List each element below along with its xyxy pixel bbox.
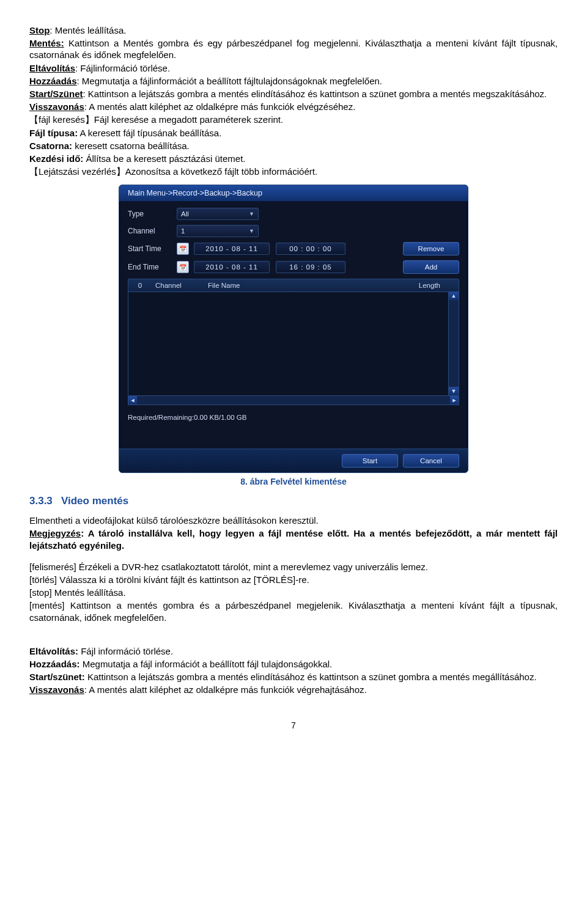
- lbl-vissza: Visszavonás: [29, 101, 84, 112]
- calendar-icon[interactable]: 📅: [177, 261, 189, 273]
- para-kezdesiido: Kezdési idő: Állítsa be a keresett pászt…: [29, 153, 558, 164]
- scroll-up-icon[interactable]: ▲: [449, 292, 459, 300]
- para-eltavolitas: Eltávolítás: Fájlinformáció törlése.: [29, 62, 558, 74]
- add-button[interactable]: Add: [403, 260, 459, 274]
- lbl-starttime: Start Time: [128, 244, 177, 253]
- scroll-left-icon[interactable]: ◄: [128, 396, 137, 405]
- para-visszavonas: Visszavonás: A mentés alatt kiléphet az …: [29, 101, 558, 112]
- vertical-scrollbar[interactable]: ▲ ▼: [448, 292, 459, 395]
- select-channel-value: 1: [181, 227, 185, 235]
- txt-mentes: Kattintson a Mentés gombra és egy párbes…: [29, 38, 558, 60]
- txt3-hozz: Megmutatja a fájl információt a beállíto…: [80, 659, 333, 669]
- select-channel[interactable]: 1 ▼: [177, 225, 259, 237]
- lbl3-start: Start/szünet:: [29, 672, 85, 682]
- row-endtime: End Time 📅 2010 - 08 - 11 16 : 09 : 05 A…: [128, 260, 459, 274]
- para-lejatszasivezerles: 【Lejátszási vezérlés】Azonosítsa a követk…: [29, 166, 558, 177]
- section-number: 3.3.3: [29, 495, 53, 507]
- required-remaining: Required/Remaining:0.00 KB/1.00 GB: [128, 414, 459, 421]
- txt-megj: : A tároló installálva kell, hogy legyen…: [29, 528, 558, 550]
- para3-visszavonas: Visszavonás: A mentés alatt kiléphet az …: [29, 684, 558, 695]
- dialog-title: Main Menu->Record->Backup->Backup: [119, 185, 468, 202]
- lbl-eltav: Eltávolítás: [29, 63, 75, 73]
- para2-stop: [stop] Mentés leállítása.: [29, 587, 558, 598]
- table-header: 0 Channel File Name Length: [128, 279, 459, 292]
- lbl-stop: Stop: [29, 25, 50, 35]
- para3-hozzaadas: Hozzáadás: Megmutatja a fájl információt…: [29, 658, 558, 670]
- lbl3-vissza: Visszavonás: [29, 684, 84, 695]
- lbl-channel: Channel: [128, 227, 177, 235]
- lbl-megj: Megjegyzés: [29, 528, 81, 538]
- input-end-time[interactable]: 16 : 09 : 05: [276, 261, 345, 273]
- para-fajlkereses: 【fájl keresés】Fájl keresése a megadott p…: [29, 114, 558, 125]
- lbl-fajltip: Fájl típusa:: [29, 128, 78, 138]
- txt-hozz: : Megmutatja a fájlinformációt a beállít…: [77, 76, 382, 86]
- horizontal-scrollbar[interactable]: ◄ ►: [128, 396, 459, 405]
- txt-stop: : Mentés leállítása.: [50, 25, 126, 35]
- scroll-right-icon[interactable]: ►: [450, 396, 459, 405]
- row-type: Type All ▼: [128, 208, 459, 220]
- lbl-kezd: Kezdési idő:: [29, 153, 83, 164]
- dialog-body: Type All ▼ Channel 1 ▼ Start Time 📅 2010…: [119, 202, 468, 421]
- txt3-eltav: Fájl információ törlése.: [78, 646, 173, 656]
- para3-eltavolitas: Eltávolítás: Fájl információ törlése.: [29, 645, 558, 657]
- lbl-mentes: Mentés:: [29, 38, 64, 48]
- select-type-value: All: [181, 210, 189, 218]
- lbl3-hozz: Hozzáadás:: [29, 659, 80, 669]
- cancel-button[interactable]: Cancel: [403, 454, 459, 468]
- para2-felismeres: [felismerés] Érzékeli a DVR-hez csatlako…: [29, 561, 558, 573]
- txt-kezd: Állítsa be a keresett pásztázási ütemet.: [83, 153, 245, 164]
- section-title: Video mentés: [61, 495, 128, 507]
- txt-csat: keresett csatorna beállítása.: [72, 141, 190, 151]
- chevron-down-icon: ▼: [249, 211, 254, 217]
- lbl3-eltav: Eltávolítás:: [29, 646, 78, 656]
- page-number: 7: [29, 721, 558, 730]
- chevron-down-icon: ▼: [249, 228, 254, 234]
- section-heading: 3.3.3 Video mentés: [29, 495, 558, 507]
- lbl-csat: Csatorna:: [29, 141, 72, 151]
- dialog-footer: Start Cancel: [119, 449, 468, 472]
- para-csatorna: Csatorna: keresett csatorna beállítása.: [29, 140, 558, 152]
- para-startszunet: Start/Szünet: Kattintson a lejátszás gom…: [29, 88, 558, 100]
- para-mentes: Mentés: Kattintson a Mentés gombra és eg…: [29, 37, 558, 61]
- lbl-hozz: Hozzáadás: [29, 76, 77, 86]
- file-table: 0 Channel File Name Length ▲ ▼: [128, 279, 459, 396]
- txt-vissza: : A mentés alatt kiléphet az oldalképre …: [84, 101, 356, 112]
- txt3-start: Kattintson a lejátszás gombra a mentés e…: [85, 672, 537, 682]
- row-channel: Channel 1 ▼: [128, 225, 459, 237]
- para2-megjegyzes: Megjegyzés: A tároló installálva kell, h…: [29, 527, 558, 551]
- col-channel: Channel: [152, 282, 204, 289]
- lbl-endtime: End Time: [128, 263, 177, 271]
- start-button[interactable]: Start: [342, 454, 398, 468]
- row-starttime: Start Time 📅 2010 - 08 - 11 00 : 00 : 00…: [128, 242, 459, 255]
- backup-dialog: Main Menu->Record->Backup->Backup Type A…: [119, 185, 468, 473]
- txt-eltav: : Fájlinformáció törlése.: [75, 63, 170, 73]
- select-type[interactable]: All ▼: [177, 208, 259, 220]
- calendar-icon[interactable]: 📅: [177, 243, 189, 255]
- para-fajltipusa: Fájl típusa: A keresett fájl típusának b…: [29, 127, 558, 139]
- txt-fajltip: A keresett fájl típusának beállítása.: [78, 128, 221, 138]
- lbl-type: Type: [128, 210, 177, 218]
- remove-button[interactable]: Remove: [403, 242, 459, 255]
- para-stop: Stop: Mentés leállítása.: [29, 24, 558, 36]
- col-index: 0: [128, 282, 152, 289]
- txt3-vissza: : A mentés alatt kiléphet az oldalképre …: [84, 684, 367, 695]
- col-length: Length: [391, 282, 459, 289]
- txt-start: : Kattintson a lejátszás gombra a mentés…: [83, 89, 547, 99]
- lbl-start: Start/Szünet: [29, 89, 83, 99]
- para3-startszunet: Start/szünet: Kattintson a lejátszás gom…: [29, 671, 558, 683]
- para-hozzaadas: Hozzáadás: Megmutatja a fájlinformációt …: [29, 75, 558, 87]
- col-filename: File Name: [204, 282, 391, 289]
- para2-line1: Elmentheti a videofájlokat külső tárolóe…: [29, 515, 558, 526]
- input-start-time[interactable]: 00 : 00 : 00: [276, 243, 345, 255]
- scroll-down-icon[interactable]: ▼: [449, 387, 459, 395]
- para2-torles: [törlés] Válassza ki a törölni kívánt fá…: [29, 574, 558, 585]
- input-end-date[interactable]: 2010 - 08 - 11: [194, 261, 270, 273]
- figure-caption: 8. ábra Felvétel kimentése: [29, 477, 558, 486]
- input-start-date[interactable]: 2010 - 08 - 11: [194, 243, 270, 255]
- para2-mentes: [mentés] Kattintson a mentés gombra és a…: [29, 600, 558, 623]
- dialog-wrapper: Main Menu->Record->Backup->Backup Type A…: [29, 185, 558, 473]
